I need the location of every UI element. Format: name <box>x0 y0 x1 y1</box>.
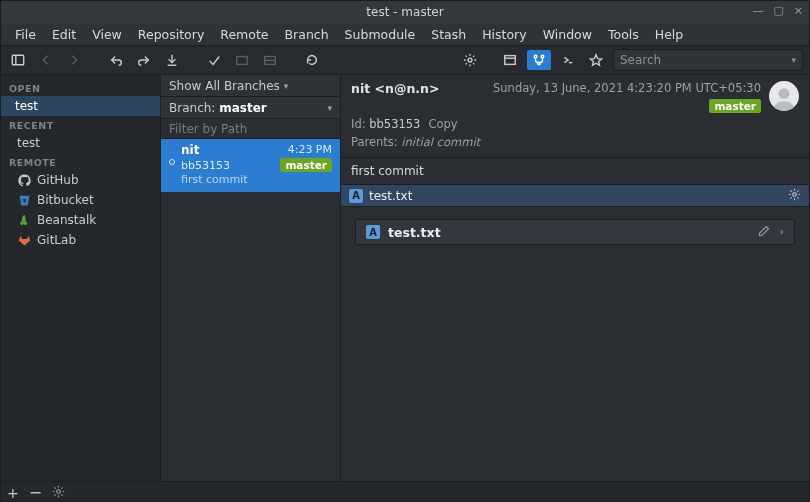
sidebar-header-remote: REMOTE <box>1 153 160 170</box>
svg-point-17 <box>57 489 61 493</box>
commit-time: 4:23 PM <box>288 143 332 157</box>
svg-point-16 <box>793 192 797 196</box>
svg-rect-4 <box>237 57 248 65</box>
menu-submodule[interactable]: Submodule <box>337 25 424 44</box>
file-status-added-icon: A <box>349 189 363 203</box>
remove-button[interactable]: − <box>29 483 42 502</box>
filter-by-path-input[interactable]: Filter by Path <box>161 119 340 139</box>
toolbar: Search ▾ <box>1 45 809 75</box>
svg-rect-8 <box>505 56 516 65</box>
settings-icon[interactable] <box>459 49 481 71</box>
branch-badge: master <box>709 99 761 113</box>
commit-author: nit <box>181 143 199 157</box>
bitbucket-icon <box>17 193 31 207</box>
diff-file-header[interactable]: A test.txt › <box>355 219 795 245</box>
sidebar-open-item-test[interactable]: test <box>1 96 160 116</box>
chevron-right-icon[interactable]: › <box>780 225 784 240</box>
sidebar-remote-bitbucket[interactable]: Bitbucket <box>1 190 160 210</box>
window-maximize-icon[interactable]: ▢ <box>773 4 783 17</box>
edit-icon[interactable] <box>758 225 770 240</box>
sidebar: OPEN test RECENT test REMOTE GitHub Bitb… <box>1 75 161 481</box>
sidebar-remote-beanstalk[interactable]: Beanstalk <box>1 210 160 230</box>
sidebar-item-label: Beanstalk <box>37 213 96 227</box>
status-bar: + − <box>1 481 809 502</box>
detail-date: Sunday, 13 June, 2021 4:23:20 PM UTC+05:… <box>493 81 761 95</box>
menu-bar: File Edit View Repository Remote Branch … <box>1 23 809 45</box>
search-input[interactable]: Search ▾ <box>613 49 803 71</box>
menu-help[interactable]: Help <box>647 25 692 44</box>
commit-graph-node-icon <box>169 159 175 165</box>
nav-forward-button[interactable] <box>63 49 85 71</box>
sidebar-recent-item-test[interactable]: test <box>1 133 160 153</box>
sidebar-item-label: GitHub <box>37 173 79 187</box>
sidebar-header-open: OPEN <box>1 79 160 96</box>
sidebar-remote-github[interactable]: GitHub <box>1 170 160 190</box>
branch-badge: master <box>280 158 332 172</box>
window-minimize-icon[interactable]: — <box>752 4 763 17</box>
menu-stash[interactable]: Stash <box>423 25 474 44</box>
sidebar-item-label: Bitbucket <box>37 193 94 207</box>
beanstalk-icon <box>17 213 31 227</box>
star-button[interactable] <box>585 49 607 71</box>
github-icon <box>17 173 31 187</box>
stage-button[interactable] <box>231 49 253 71</box>
window-title: test - master <box>366 5 443 19</box>
add-button[interactable]: + <box>7 485 19 501</box>
svg-point-7 <box>468 58 472 62</box>
refresh-button[interactable] <box>301 49 323 71</box>
menu-remote[interactable]: Remote <box>212 25 276 44</box>
commit-hash: bb53153 <box>181 159 230 172</box>
svg-point-15 <box>779 88 790 99</box>
branch-selector[interactable]: Branch: master ▾ <box>161 97 340 119</box>
detail-author: nit <n@n.n> <box>351 81 439 96</box>
detail-commit-message: first commit <box>341 158 809 185</box>
sidebar-header-recent: RECENT <box>1 116 160 133</box>
svg-marker-14 <box>590 55 601 66</box>
window-close-icon[interactable]: × <box>794 4 803 17</box>
menu-view[interactable]: View <box>84 25 130 44</box>
chevron-down-icon: ▾ <box>327 103 332 113</box>
menu-edit[interactable]: Edit <box>44 25 84 44</box>
search-placeholder: Search <box>620 53 661 67</box>
menu-history[interactable]: History <box>474 25 534 44</box>
show-all-branches-dropdown[interactable]: Show All Branches▾ <box>161 75 340 97</box>
chevron-down-icon: ▾ <box>284 81 289 91</box>
changed-file-row[interactable]: A test.txt <box>341 185 809 207</box>
view-mode-list-button[interactable] <box>499 49 521 71</box>
redo-button[interactable] <box>133 49 155 71</box>
commit-detail-panel: nit <n@n.n> Sunday, 13 June, 2021 4:23:2… <box>341 75 809 481</box>
sidebar-item-label: GitLab <box>37 233 76 247</box>
commit-list-item[interactable]: nit 4:23 PM bb53153 master first commit <box>161 139 340 192</box>
commit-message: first commit <box>181 173 332 186</box>
sidebar-item-label: test <box>15 99 38 113</box>
menu-tools[interactable]: Tools <box>600 25 647 44</box>
unstage-button[interactable] <box>259 49 281 71</box>
commit-button[interactable] <box>203 49 225 71</box>
settings-button[interactable] <box>52 485 65 501</box>
sidebar-toggle-button[interactable] <box>7 49 29 71</box>
chevron-down-icon: ▾ <box>791 55 796 65</box>
sidebar-item-label: test <box>17 136 40 150</box>
diff-file-name: test.txt <box>388 225 441 240</box>
file-status-added-icon: A <box>366 225 380 239</box>
pull-button[interactable] <box>161 49 183 71</box>
window-titlebar: test - master — ▢ × <box>1 1 809 23</box>
terminal-button[interactable] <box>557 49 579 71</box>
nav-back-button[interactable] <box>35 49 57 71</box>
menu-window[interactable]: Window <box>535 25 600 44</box>
sidebar-remote-gitlab[interactable]: GitLab <box>1 230 160 250</box>
view-mode-graph-button[interactable] <box>527 50 551 70</box>
svg-rect-0 <box>12 55 23 65</box>
avatar <box>769 81 799 111</box>
menu-branch[interactable]: Branch <box>277 25 337 44</box>
menu-file[interactable]: File <box>7 25 44 44</box>
gitlab-icon <box>17 233 31 247</box>
copy-button[interactable]: Copy <box>428 117 457 131</box>
menu-repository[interactable]: Repository <box>130 25 212 44</box>
gear-icon[interactable] <box>788 188 801 204</box>
file-name: test.txt <box>369 189 412 203</box>
undo-button[interactable] <box>105 49 127 71</box>
commit-list-panel: Show All Branches▾ Branch: master ▾ Filt… <box>161 75 341 481</box>
